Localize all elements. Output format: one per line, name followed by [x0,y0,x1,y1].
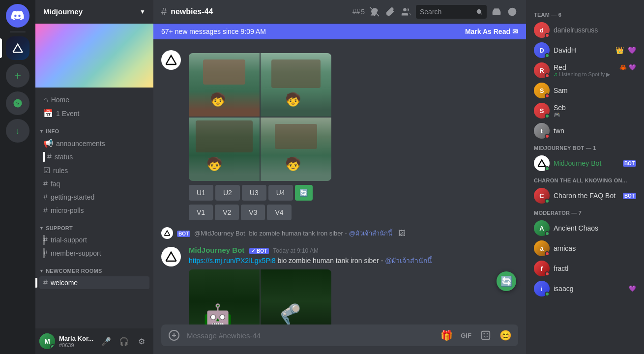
search-icon [476,8,483,16]
gif-button[interactable]: GIF [457,326,475,344]
status-dot-fractl [545,271,550,276]
bell-mute-button[interactable] [369,6,381,18]
category-support[interactable]: ▼ SUPPORT [35,217,153,233]
mark-as-read-button[interactable]: Mark As Read ✉ [465,28,518,35]
add-attachment-button[interactable] [165,326,183,344]
member-charon[interactable]: C Charon the FAQ Bot BOT [530,186,640,206]
u3-button[interactable]: U3 [242,185,266,201]
member-avatar-arnicas: a [534,240,550,256]
welcome-icon: # [43,278,48,287]
member-name-charon: Charon the FAQ Bot [554,192,619,200]
u1-button[interactable]: U1 [189,185,213,201]
image-grid-2: 🤖 🦿 [189,269,331,324]
channel-getting-started[interactable]: # getting-started [39,191,149,204]
server-name-header[interactable]: Midjourney ▼ [35,0,153,24]
member-danielrussruss[interactable]: d danielrussruss [530,20,640,40]
category-info[interactable]: ▼ INFO [35,120,153,136]
notification-prompt-text: bio zombie human tank iron siber - [249,230,347,237]
channel-trial-support[interactable]: # trial-support [39,234,149,246]
member-seb[interactable]: S Seb 🎮 [530,101,640,120]
announcements-label: announcements [56,140,105,148]
midjourney-bot-avatar-2 [161,247,181,266]
svg-rect-13 [482,331,490,340]
member-avatar-twn: t [534,123,550,139]
u2-button[interactable]: U2 [215,185,240,201]
message-input-area: 🎁 GIF 😊 [153,324,526,354]
member-davidh[interactable]: D DavidH 👑 💜 [530,40,640,60]
message-row-1: 🧒 🧒 🧒 🧒 [153,47,526,222]
search-input[interactable] [420,8,474,16]
v2-button[interactable]: V2 [215,205,239,220]
gift-button[interactable]: 🎁 [438,326,455,344]
midjourney-server-icon[interactable] [6,36,29,60]
member-ancient-chaos[interactable]: A Ancient Chaos [530,218,640,238]
new-messages-banner[interactable]: 67+ new messages since 9:09 AM Mark As R… [153,24,526,39]
headset-button[interactable]: 🎧 [116,333,132,349]
message-header-2: MidJourney Bot ✓ BOT Today at 9:10 AM [189,246,518,254]
pin-button[interactable] [384,6,396,18]
status-dot-ancient [545,231,550,236]
channel-member-support[interactable]: # member-support [39,247,149,260]
v4-button[interactable]: V4 [267,205,291,220]
section-charon-header: CHARON THE ALL KNOWING ON... [530,174,640,185]
channel-announcements[interactable]: 📢 announcements [39,137,149,150]
channel-rules[interactable]: ☑ rules [39,164,149,177]
zombie-cell-2: 🦿 [261,269,331,324]
help-button[interactable] [506,6,518,18]
member-name-seb: Seb [554,104,566,112]
member-arnicas[interactable]: a arnicas [530,238,640,258]
zombie-figure-2: 🦿 [275,303,304,324]
notification-bot-tag: BOT [177,231,190,237]
member-twn[interactable]: t twn [530,121,640,141]
download-button[interactable]: ↓ [6,119,29,143]
message-row-2: MidJourney Bot ✓ BOT Today at 9:10 AM ht… [153,244,526,324]
channel-faq[interactable]: # faq [39,177,149,190]
channel-event[interactable]: 📅 1 Event [39,107,149,120]
mic-button[interactable]: 🎤 [98,333,114,349]
category-newcomer-rooms[interactable]: ▼ NEWCOMER ROOMS [35,260,153,276]
bot-badge-2: ✓ BOT [249,248,269,254]
member-sam[interactable]: S Sam [530,81,640,100]
message-text-input[interactable] [187,331,434,340]
rules-icon: ☑ [43,166,50,175]
channel-micro-polls[interactable]: # micro-polls [39,204,149,217]
message-link-2[interactable]: https://s.mj.run/PX2ILgx5Pi8 [189,257,276,265]
svg-point-15 [487,333,488,334]
member-mj-bot[interactable]: MidJourney Bot BOT [530,153,640,173]
rules-label: rules [53,167,68,175]
channel-welcome[interactable]: # welcome [39,276,149,289]
channel-list: ⌂ Home 📅 1 Event ▼ INFO 📢 announcements … [35,88,153,328]
davidh-badge-crown: 👑 [615,46,624,54]
member-avatar-seb: S [534,103,550,118]
regenerate-button[interactable]: 🔄 [497,271,516,291]
explore-servers-button[interactable] [6,91,29,115]
member-isaacg[interactable]: i isaacg 💜 [530,279,640,298]
v3-button[interactable]: V3 [241,205,265,220]
channel-status[interactable]: # status [39,150,149,163]
getting-started-icon: # [43,193,48,202]
emoji-button[interactable]: 😊 [497,326,514,344]
status-dot-red [545,73,550,78]
member-avatar-isaacg: i [534,281,550,296]
u4-button[interactable]: U4 [268,185,293,201]
member-name-fractl: fractl [554,265,636,272]
main-content: # newbies-44 ## 5 [153,0,526,354]
discord-home-button[interactable] [6,4,29,28]
sticker-button[interactable] [477,326,495,344]
member-avatar-red: R [534,62,550,78]
settings-button[interactable]: ⚙ [134,333,149,349]
message-input-box: 🎁 GIF 😊 [161,324,518,346]
member-fractl[interactable]: f fractl [530,259,640,278]
notification-text: BOT @MidJourney Bot bio zombie human tan… [177,228,405,238]
seb-activity: 🎮 [554,112,566,118]
search-bar[interactable] [416,5,487,19]
user-avatar[interactable]: M [39,333,55,349]
member-red[interactable]: R Red 🦀 💜 ♫ Listening to Spotify ▶ [530,60,640,80]
v1-button[interactable]: V1 [189,205,213,220]
refresh-button[interactable]: 🔄 [295,185,313,201]
add-server-button[interactable]: + [6,64,29,88]
members-button[interactable] [400,6,412,18]
channel-home[interactable]: ⌂ Home [39,93,149,106]
header-divider [219,6,219,18]
inbox-button[interactable] [491,6,502,18]
